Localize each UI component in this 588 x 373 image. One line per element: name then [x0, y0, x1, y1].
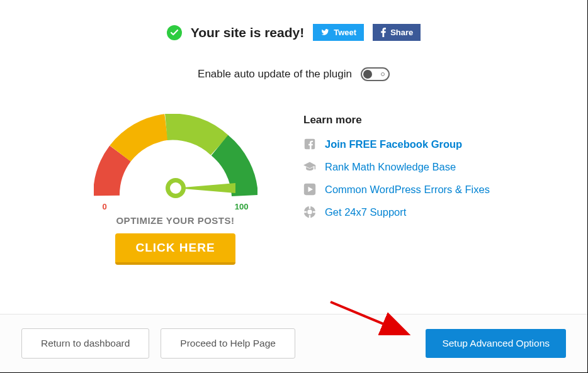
svg-rect-9 [313, 211, 316, 213]
footer: Return to dashboard Proceed to Help Page… [0, 314, 587, 372]
header-row: Your site is ready! Tweet Share [19, 24, 568, 41]
link-item-support[interactable]: Get 24x7 Support [303, 206, 499, 218]
gauge-column: 0 100 OPTIMIZE YOUR POSTS! CLICK HERE [89, 114, 262, 265]
optimize-caption: OPTIMIZE YOUR POSTS! [89, 215, 262, 226]
learn-more-heading: Learn more [303, 114, 499, 126]
gauge-graphic: 0 100 [94, 114, 257, 211]
svg-rect-8 [303, 211, 307, 213]
tweet-label: Tweet [334, 28, 356, 37]
svg-rect-6 [309, 206, 311, 209]
link-label: Get 24x7 Support [325, 206, 406, 218]
link-label: Join FREE Facebook Group [325, 138, 462, 150]
proceed-help-button[interactable]: Proceed to Help Page [161, 328, 295, 359]
twitter-icon [320, 28, 330, 36]
facebook-icon [380, 28, 387, 37]
link-item-facebook-group[interactable]: Join FREE Facebook Group [303, 138, 499, 150]
svg-point-1 [170, 182, 181, 194]
gauge-max-label: 100 [235, 202, 249, 211]
toggle-knob [363, 70, 372, 79]
return-dashboard-button[interactable]: Return to dashboard [21, 328, 149, 359]
ready-heading: Your site is ready! [191, 25, 305, 40]
setup-advanced-button[interactable]: Setup Advanced Options [426, 329, 566, 358]
globe-icon [303, 206, 316, 218]
link-item-knowledge-base[interactable]: Rank Math Knowledge Base [303, 160, 499, 173]
learn-more-column: Learn more Join FREE Facebook Group Rank… [303, 114, 499, 265]
auto-update-row: Enable auto update of the plugin [19, 67, 568, 81]
share-label: Share [390, 28, 413, 37]
auto-update-toggle[interactable] [361, 67, 390, 81]
svg-rect-7 [309, 215, 311, 218]
graduation-cap-icon [303, 160, 316, 173]
link-label: Rank Math Knowledge Base [325, 161, 456, 173]
fb-share-button[interactable]: Share [373, 24, 421, 41]
toggle-indicator [381, 72, 385, 76]
play-icon [303, 183, 316, 196]
link-label: Common WordPress Errors & Fixes [325, 184, 490, 196]
svg-point-5 [307, 209, 312, 214]
click-here-button[interactable]: CLICK HERE [115, 233, 235, 265]
link-item-wp-errors[interactable]: Common WordPress Errors & Fixes [303, 183, 499, 196]
gauge-min-label: 0 [103, 202, 107, 211]
tweet-button[interactable]: Tweet [313, 24, 364, 41]
auto-update-label: Enable auto update of the plugin [198, 68, 352, 81]
check-icon [167, 25, 182, 40]
facebook-icon [303, 138, 316, 150]
